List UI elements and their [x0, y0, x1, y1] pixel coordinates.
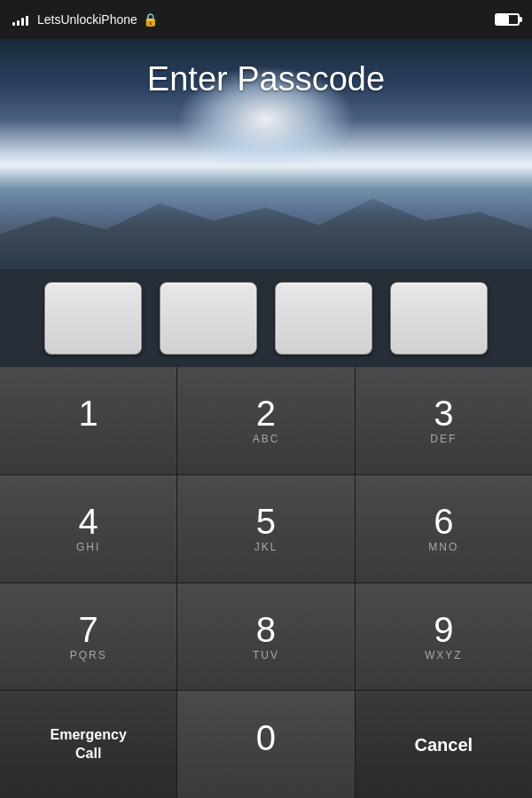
status-left: LetsUnlockiPhone 🔒: [12, 12, 158, 27]
key-9[interactable]: 9 WXYZ: [356, 583, 532, 691]
signal-bar-3: [21, 18, 24, 26]
status-bar: LetsUnlockiPhone 🔒: [0, 0, 532, 39]
pin-box-2: [160, 282, 257, 355]
signal-bar-1: [12, 22, 15, 26]
lock-icon: 🔒: [143, 12, 158, 27]
pin-area: [0, 270, 532, 367]
key-7[interactable]: 7 PQRS: [0, 583, 176, 691]
cancel-button[interactable]: Cancel: [356, 691, 532, 798]
passcode-title: Enter Passcode: [147, 60, 385, 98]
signal-bars: [12, 13, 28, 26]
pin-box-4: [390, 282, 488, 355]
key-1[interactable]: 1: [0, 367, 176, 474]
key-5[interactable]: 5 JKL: [177, 475, 354, 583]
main-content: Enter Passcode 1 2 ABC 3 DEF 4 GHI 5 JKL: [0, 39, 532, 798]
key-6[interactable]: 6 MNO: [356, 475, 532, 583]
status-right: [495, 13, 520, 26]
signal-bar-2: [17, 20, 20, 26]
key-0[interactable]: 0: [177, 691, 354, 798]
key-8[interactable]: 8 TUV: [177, 583, 354, 691]
key-3[interactable]: 3 DEF: [356, 367, 532, 474]
carrier-name: LetsUnlockiPhone: [37, 12, 137, 27]
keypad: 1 2 ABC 3 DEF 4 GHI 5 JKL 6 MNO 7 PQRS: [0, 367, 532, 798]
battery-fill: [497, 15, 509, 24]
pin-box-1: [44, 282, 142, 355]
emergency-call-button[interactable]: EmergencyCall: [0, 691, 176, 798]
key-4[interactable]: 4 GHI: [0, 475, 176, 583]
battery-icon: [495, 13, 520, 26]
key-2[interactable]: 2 ABC: [177, 367, 354, 474]
header-background: Enter Passcode: [0, 39, 532, 270]
signal-bar-4: [26, 16, 28, 26]
pin-box-3: [275, 282, 372, 355]
